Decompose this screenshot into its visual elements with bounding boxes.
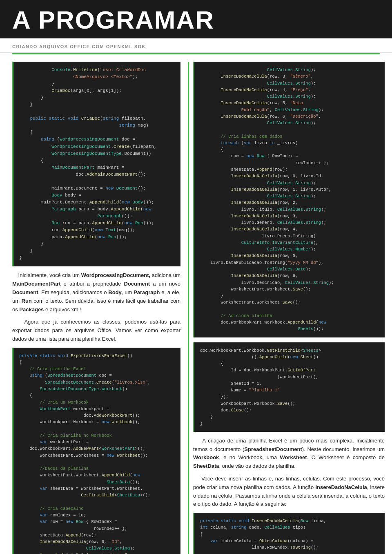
prose-right-1: A criação de uma planilha Excel é um pou… <box>193 437 385 471</box>
left-column: Console.WriteLine("uso: CriaWordDoc <Nom… <box>0 62 188 554</box>
subtitle-bar: CRIANDO ARQUIVOS OFFICE COM OPENXML SDK <box>0 38 392 53</box>
code-block-right-middle: doc.WorkbookPart.Workbook.GetFirstChild<… <box>193 342 385 432</box>
prose-right-2: Você deve inserir as linhas e, nas linha… <box>193 475 385 509</box>
code-block-right-bottom: private static void InsereDadoNaCelula(R… <box>193 513 385 554</box>
main-content: Console.WriteLine("uso: CriaWordDoc <Nom… <box>0 54 392 554</box>
code-block-left-main: private static void ExportaLivrosParaExc… <box>12 348 180 554</box>
code-block-right-top: CellValues.String); InsereDadoNaCelula(r… <box>193 62 385 337</box>
right-column: CellValues.String); InsereDadoNaCelula(r… <box>188 62 392 554</box>
code-block-top: Console.WriteLine("uso: CriaWordDoc <Nom… <box>12 62 180 266</box>
page-title: A PROGRAMAR <box>12 7 380 33</box>
prose-paragraph-1: Inicialmente, você cria um Wordprocessin… <box>12 271 180 314</box>
header: A PROGRAMAR <box>0 0 392 38</box>
prose-paragraph-2: Agora que já conhecemos as classes, pode… <box>12 318 180 343</box>
subtitle-text: CRIANDO ARQUIVOS OFFICE COM OPENXML SDK <box>12 44 146 49</box>
